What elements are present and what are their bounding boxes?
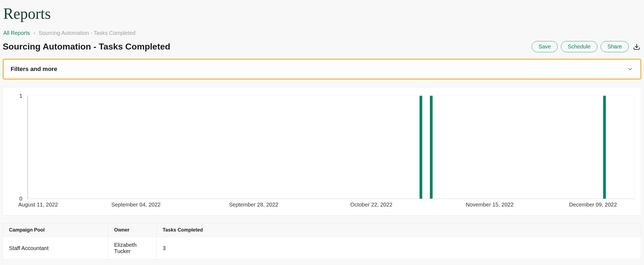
table-row: Staff Accountant Elizabeth Tucker 3 — [3, 237, 641, 260]
chart-card: 01 August 11, 2022September 04, 2022Sept… — [3, 87, 641, 215]
chart-bar[interactable] — [420, 96, 422, 199]
schedule-button[interactable]: Schedule — [561, 41, 597, 52]
chart-y-tick: 0 — [19, 196, 22, 202]
cell-owner: Elizabeth Tucker — [108, 237, 157, 260]
chart-x-tick: September 28, 2022 — [229, 202, 278, 208]
chart-y-tick: 1 — [19, 93, 22, 99]
cell-campaign-pool: Staff Accountant — [3, 237, 108, 260]
title-row: Sourcing Automation - Tasks Completed Sa… — [3, 41, 641, 52]
chart-bar[interactable] — [430, 96, 433, 199]
chart-x-tick: November 15, 2022 — [466, 202, 514, 208]
cell-tasks-completed: 3 — [157, 237, 641, 260]
breadcrumb: All Reports Sourcing Automation - Tasks … — [3, 30, 641, 36]
filters-label: Filters and more — [11, 66, 57, 73]
breadcrumb-root-link[interactable]: All Reports — [3, 30, 30, 36]
breadcrumb-current: Sourcing Automation - Tasks Completed — [39, 30, 135, 36]
actions-bar: Save Schedule Share — [532, 41, 641, 52]
chevron-right-icon — [33, 32, 36, 35]
chevron-down-icon — [627, 66, 633, 72]
save-button[interactable]: Save — [532, 41, 558, 52]
data-table: Campaign Pool Owner Tasks Completed Staf… — [3, 223, 641, 260]
share-button[interactable]: Share — [601, 41, 629, 52]
chart-x-tick: October 22, 2022 — [350, 202, 393, 208]
chart-x-labels: August 11, 2022September 04, 2022Septemb… — [18, 202, 634, 210]
chart-x-tick: December 09, 2022 — [569, 202, 617, 208]
download-icon[interactable] — [632, 42, 641, 51]
chart-area: 01 August 11, 2022September 04, 2022Sept… — [10, 95, 634, 210]
col-owner[interactable]: Owner — [108, 223, 157, 237]
page-title: Reports — [3, 5, 641, 22]
table-header-row: Campaign Pool Owner Tasks Completed — [3, 223, 641, 237]
col-tasks-completed[interactable]: Tasks Completed — [157, 223, 641, 237]
chart-x-tick: September 04, 2022 — [111, 202, 160, 208]
chart-bar[interactable] — [603, 96, 606, 199]
filters-toggle[interactable]: Filters and more — [3, 59, 641, 79]
report-title: Sourcing Automation - Tasks Completed — [3, 42, 170, 52]
chart-x-tick: August 11, 2022 — [18, 202, 58, 208]
chart-plot: 01 — [28, 95, 634, 199]
col-campaign-pool[interactable]: Campaign Pool — [3, 223, 108, 237]
